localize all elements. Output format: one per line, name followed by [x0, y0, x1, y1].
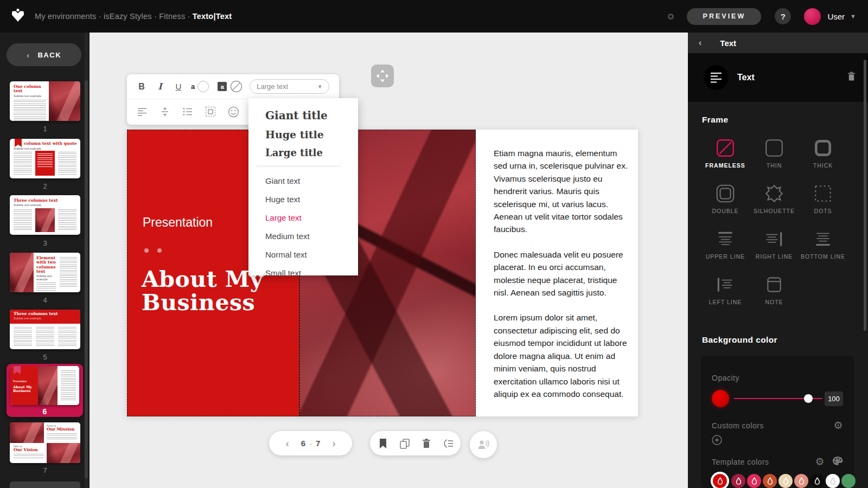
- user-name: User: [827, 12, 845, 21]
- italic-button[interactable]: I: [151, 81, 169, 92]
- slide-thumbnail-2[interactable]: column text with quote Subtitle text exa…: [10, 139, 80, 178]
- color-swatch-selected[interactable]: [713, 474, 727, 488]
- frame-option-dots[interactable]: DOTS: [799, 183, 847, 222]
- sidebar-scrollbar[interactable]: [85, 33, 88, 488]
- trash-icon: [847, 71, 856, 82]
- menu-item-large-text-selected[interactable]: Large text: [265, 208, 358, 227]
- slide-thumbnail-7[interactable]: Know us Our Mission Meet us Our Vision: [10, 422, 80, 463]
- droplet-icon: [768, 478, 772, 484]
- bold-button[interactable]: B: [132, 82, 151, 92]
- menu-item-giant-text[interactable]: Giant text: [265, 171, 358, 190]
- chevron-down-icon: ▼: [317, 84, 322, 89]
- line-spacing-button[interactable]: [154, 101, 176, 123]
- move-handle[interactable]: [371, 65, 394, 87]
- palette-icon[interactable]: [832, 456, 843, 467]
- duplicate-button[interactable]: [397, 436, 412, 451]
- back-button[interactable]: ‹ BACK: [7, 43, 81, 66]
- frame-option-silhouette[interactable]: SILHOUETTE: [750, 183, 799, 222]
- slide-thumbnail-5[interactable]: Three columns text Subtitle text example: [10, 310, 80, 349]
- delete-element-button[interactable]: [847, 71, 856, 84]
- opacity-label: Opacity: [712, 374, 843, 382]
- frame-option-left-line[interactable]: LEFT LINE: [701, 274, 750, 313]
- color-swatch[interactable]: [841, 474, 856, 488]
- frame-option-upper-line[interactable]: UPPER LINE: [701, 229, 750, 268]
- no-color-button[interactable]: [230, 80, 242, 93]
- frame-heading: Frame: [702, 115, 729, 125]
- text-size-value: Large text: [257, 82, 288, 91]
- color-swatch[interactable]: [731, 474, 745, 488]
- slide-thumbnail-8-partial[interactable]: [10, 481, 80, 488]
- menu-item-normal-text[interactable]: Normal text: [265, 245, 358, 264]
- panel-back-button[interactable]: ‹: [699, 38, 701, 48]
- slide-paragraph[interactable]: Etiam magna mauris, elementum sed urna i…: [494, 147, 630, 236]
- total-slides-number: 7: [312, 439, 324, 448]
- thumb-image: [10, 422, 44, 443]
- color-swatch[interactable]: [826, 474, 840, 488]
- current-color-swatch[interactable]: [712, 390, 729, 407]
- text-color-button[interactable]: [197, 81, 209, 92]
- menu-item-large-title[interactable]: Large title: [265, 144, 358, 162]
- left-line-icon: [715, 274, 736, 295]
- padding-button[interactable]: [200, 101, 221, 123]
- panel-scrollbar[interactable]: [864, 60, 866, 331]
- slide-kicker[interactable]: Presentation: [143, 215, 213, 230]
- text-size-select[interactable]: Large text ▼: [250, 79, 329, 94]
- delete-button[interactable]: [419, 436, 434, 451]
- fake-text-lines: [14, 209, 32, 231]
- slide-text-panel[interactable]: Etiam magna mauris, elementum sed urna i…: [476, 130, 638, 416]
- droplet-icon: [815, 478, 819, 484]
- next-slide-button[interactable]: ›: [324, 438, 343, 450]
- slide-thumbnail-1[interactable]: One column text Subtitle text example: [10, 81, 80, 121]
- gear-icon[interactable]: ⚙: [815, 457, 825, 467]
- color-swatch[interactable]: [778, 474, 793, 488]
- slide: Presentation About My Business Etiam mag…: [127, 130, 638, 416]
- underline-button[interactable]: U: [169, 82, 188, 91]
- frame-option-note[interactable]: NOTE: [750, 274, 799, 313]
- slide-thumbnail-6-selected[interactable]: Presentation About My Business 6: [7, 364, 83, 417]
- emoji-button[interactable]: [222, 101, 244, 123]
- fake-text-lines: [14, 454, 44, 459]
- prev-slide-button[interactable]: ‹: [278, 438, 297, 450]
- align-button[interactable]: [131, 101, 153, 123]
- thumb-image: [35, 208, 55, 232]
- slide-thumbnail-4[interactable]: Element with two columns text Subtitle t…: [10, 253, 80, 292]
- color-swatch[interactable]: [747, 474, 761, 488]
- opacity-slider-thumb[interactable]: [804, 394, 813, 403]
- slide-paragraph[interactable]: Lorem ipsum dolor sit amet, consectetur …: [494, 311, 630, 400]
- opacity-slider[interactable]: [734, 398, 822, 399]
- color-swatch[interactable]: [763, 474, 777, 488]
- menu-item-medium-text[interactable]: Medium text: [265, 227, 358, 245]
- menu-item-huge-text[interactable]: Huge text: [265, 190, 358, 208]
- move-to-button[interactable]: [441, 436, 456, 451]
- menu-item-huge-title[interactable]: Huge title: [265, 125, 358, 144]
- frame-option-bottom-line[interactable]: BOTTOM LINE: [799, 229, 847, 268]
- thumb-image: [49, 81, 80, 121]
- frame-option-frameless[interactable]: FRAMELESS: [701, 138, 750, 177]
- slide-thumbnail-3[interactable]: Three columns text Subtitle text example: [10, 195, 80, 235]
- add-color-button[interactable]: [712, 435, 723, 447]
- frame-option-double[interactable]: DOUBLE: [701, 183, 750, 222]
- droplet-icon: [799, 478, 803, 484]
- menu-item-small-text[interactable]: Small text: [265, 264, 358, 282]
- avatar[interactable]: [804, 8, 821, 25]
- narration-button[interactable]: [470, 431, 497, 458]
- gear-icon[interactable]: ⚙: [833, 420, 843, 431]
- frame-option-right-line[interactable]: RIGHT LINE: [750, 229, 799, 268]
- color-swatch[interactable]: [794, 474, 808, 488]
- status-dot-icon: [668, 14, 674, 20]
- thumb-title: One column text: [14, 85, 47, 94]
- fake-text-lines: [37, 153, 53, 168]
- bookmark-button[interactable]: [375, 436, 391, 451]
- panel-title: Text: [720, 38, 736, 48]
- slide-paragraph[interactable]: Donec malesuada velit eu posuere placera…: [494, 248, 630, 299]
- chevron-down-icon[interactable]: ▼: [850, 13, 856, 20]
- menu-item-giant-title[interactable]: Giant title: [265, 106, 358, 125]
- color-swatch[interactable]: [810, 474, 824, 488]
- preview-button[interactable]: PREVIEW: [687, 8, 761, 25]
- frame-option-thin[interactable]: THIN: [750, 138, 799, 177]
- fake-text-lines: [36, 327, 54, 346]
- help-button[interactable]: ?: [775, 8, 791, 24]
- frame-option-thick[interactable]: THICK: [799, 138, 847, 177]
- list-button[interactable]: [177, 101, 199, 123]
- breadcrumb-current: Texto|Text: [193, 12, 232, 21]
